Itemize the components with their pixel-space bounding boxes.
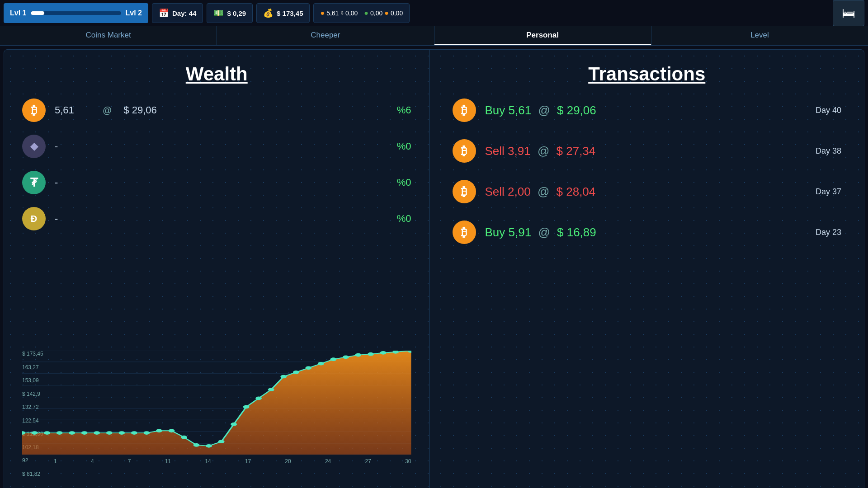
svg-point-27 bbox=[218, 440, 225, 443]
tx2-price: $ 27,34 bbox=[557, 144, 596, 158]
money1-value: $ 0,29 bbox=[227, 9, 246, 17]
stat2-val: 0,00 bbox=[391, 9, 403, 17]
tx1-at: @ bbox=[538, 103, 553, 117]
tab-personal[interactable]: Personal bbox=[434, 26, 651, 45]
svg-point-14 bbox=[57, 431, 63, 435]
btc-icon-small: ● bbox=[320, 9, 325, 17]
money1-stat: 💵 $ 0,29 bbox=[207, 3, 253, 23]
doge-percent: %0 bbox=[384, 213, 411, 225]
money1-icon: 💵 bbox=[213, 8, 223, 18]
wealth-chart: $ 173,45 163,27 153,09 $ 142,9 132,72 12… bbox=[22, 351, 411, 477]
bitcoin-percent: %6 bbox=[384, 104, 411, 116]
tx1-amount: 5,61 bbox=[509, 103, 532, 117]
tab-coins-market[interactable]: Coins Market bbox=[0, 26, 217, 45]
tab-cheeper[interactable]: Cheeper bbox=[217, 26, 434, 45]
money2-stat: 💰 $ 173,45 bbox=[256, 3, 310, 23]
tx3-amount: 2,00 bbox=[508, 185, 531, 198]
tether-row: ₮ - %0 bbox=[22, 171, 411, 194]
tx4-day: Day 23 bbox=[805, 228, 841, 237]
tx3-at: @ bbox=[538, 185, 553, 198]
svg-point-32 bbox=[280, 375, 287, 379]
nav-tabs: Coins Market Cheeper Personal Level bbox=[0, 26, 868, 46]
ethereum-icon: ◆ bbox=[22, 135, 46, 158]
money2-value: $ 173,45 bbox=[277, 9, 303, 17]
doge-amount: - bbox=[55, 213, 91, 225]
svg-marker-10 bbox=[22, 351, 411, 455]
doge-row: Ð - %0 bbox=[22, 207, 411, 230]
green-coin-icon: ● bbox=[364, 9, 368, 17]
svg-point-16 bbox=[81, 431, 88, 435]
svg-point-24 bbox=[181, 436, 187, 439]
tx3-text: Sell 2,00 @ $ 28,04 bbox=[485, 185, 797, 199]
stat1-coin: 5,61 bbox=[326, 9, 339, 17]
svg-point-23 bbox=[169, 429, 175, 432]
transactions-title: Transactions bbox=[453, 63, 842, 85]
svg-point-18 bbox=[106, 431, 113, 435]
tx2-day: Day 38 bbox=[805, 146, 841, 156]
bed-button[interactable]: 🛏 bbox=[833, 0, 864, 26]
tx1-day: Day 40 bbox=[805, 106, 841, 115]
stat2-coin: 0,00 bbox=[370, 9, 382, 17]
svg-point-15 bbox=[69, 431, 75, 435]
svg-point-25 bbox=[193, 443, 200, 447]
main-content: Wealth ₿ 5,61 @ $ 29,06 %6 ◆ - %0 ₮ - %0 bbox=[4, 49, 864, 488]
tx2-amount: 3,91 bbox=[508, 144, 531, 158]
coin-stats: ● 5,61 ¢ 0,00 ● 0,00 ● 0,00 bbox=[313, 3, 410, 23]
tab-level[interactable]: Level bbox=[651, 26, 868, 45]
coin-stat-1: ● 5,61 ¢ 0,00 bbox=[320, 9, 358, 17]
svg-point-31 bbox=[268, 388, 274, 391]
calendar-icon: 📅 bbox=[159, 8, 169, 18]
tx1-price: $ 29,06 bbox=[557, 103, 596, 117]
svg-point-38 bbox=[355, 353, 362, 357]
wealth-panel: Wealth ₿ 5,61 @ $ 29,06 %6 ◆ - %0 ₮ - %0 bbox=[4, 50, 430, 488]
svg-point-35 bbox=[318, 362, 324, 366]
svg-point-21 bbox=[143, 431, 150, 435]
tx4-at: @ bbox=[538, 225, 553, 239]
chart-x-labels: 1 4 7 11 14 17 20 24 27 30 bbox=[22, 458, 411, 465]
ethereum-row: ◆ - %0 bbox=[22, 135, 411, 158]
tether-amount: - bbox=[55, 177, 91, 188]
chart-svg bbox=[22, 351, 411, 455]
wealth-title: Wealth bbox=[22, 63, 411, 85]
tx4-action: Buy bbox=[485, 225, 509, 239]
ethereum-percent: %0 bbox=[384, 141, 411, 152]
transaction-row: ₿ Buy 5,61 @ $ 29,06 Day 40 bbox=[453, 99, 842, 122]
tx3-price: $ 28,04 bbox=[557, 185, 596, 198]
tx2-text: Sell 3,91 @ $ 27,34 bbox=[485, 144, 797, 158]
cent-icon: ¢ bbox=[340, 10, 344, 16]
svg-point-19 bbox=[118, 431, 125, 435]
tx3-action: Sell bbox=[485, 185, 508, 198]
day-value: Day: 44 bbox=[172, 9, 196, 17]
level1-label: Lvl 1 bbox=[10, 9, 26, 17]
bitcoin-amount: 5,61 bbox=[55, 104, 91, 116]
tx2-action: Sell bbox=[485, 144, 508, 158]
money2-icon: 💰 bbox=[263, 8, 273, 18]
svg-point-28 bbox=[231, 422, 237, 426]
bitcoin-icon: ₿ bbox=[22, 99, 46, 122]
tether-percent: %0 bbox=[384, 177, 411, 188]
transaction-row: ₿ Sell 2,00 @ $ 28,04 Day 37 bbox=[453, 180, 842, 203]
stat1-val: 0,00 bbox=[345, 9, 358, 17]
tx4-price: $ 16,89 bbox=[557, 225, 596, 239]
tx3-day: Day 37 bbox=[805, 187, 841, 197]
tx2-coin-icon: ₿ bbox=[453, 139, 476, 163]
svg-point-17 bbox=[94, 431, 100, 435]
tx4-text: Buy 5,91 @ $ 16,89 bbox=[485, 225, 797, 239]
gold-coin-icon: ● bbox=[384, 9, 389, 17]
svg-point-36 bbox=[330, 357, 337, 361]
level-bar: Lvl 1 Lvl 2 bbox=[4, 3, 148, 23]
svg-point-37 bbox=[343, 356, 349, 359]
bed-icon: 🛏 bbox=[842, 5, 855, 21]
doge-icon: Ð bbox=[22, 207, 46, 230]
bitcoin-price: $ 29,06 bbox=[123, 104, 156, 116]
tx1-coin-icon: ₿ bbox=[453, 99, 476, 122]
transaction-row: ₿ Sell 3,91 @ $ 27,34 Day 38 bbox=[453, 139, 842, 163]
tether-icon: ₮ bbox=[22, 171, 46, 194]
day-stat: 📅 Day: 44 bbox=[152, 3, 203, 23]
svg-point-22 bbox=[156, 429, 162, 432]
svg-point-34 bbox=[305, 366, 311, 370]
ethereum-amount: - bbox=[55, 141, 91, 152]
tx4-coin-icon: ₿ bbox=[453, 221, 476, 244]
bitcoin-at: @ bbox=[103, 105, 112, 116]
svg-point-20 bbox=[131, 431, 137, 435]
